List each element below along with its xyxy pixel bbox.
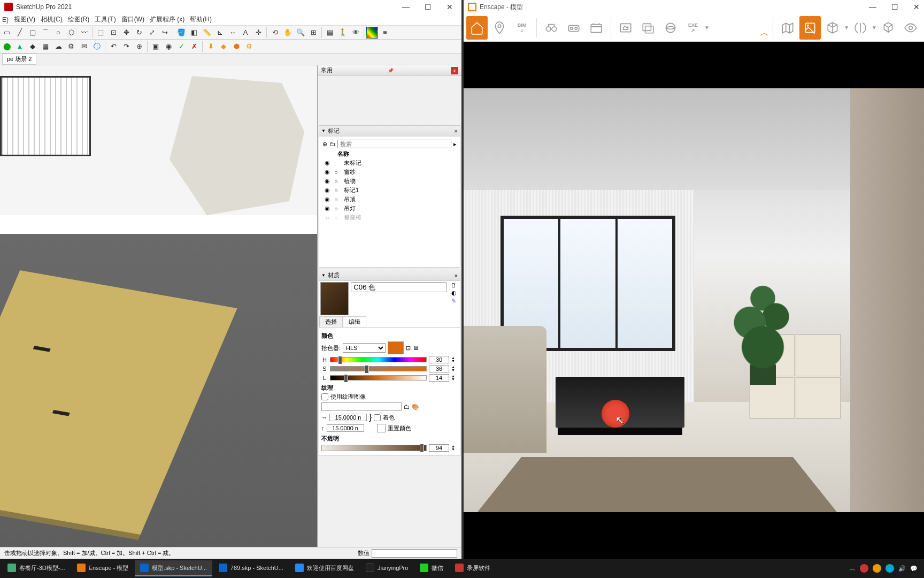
panorama-icon[interactable]: [660, 16, 681, 40]
menu-help[interactable]: 帮助(H): [190, 15, 212, 24]
ext-icon-18[interactable]: ⬢: [230, 41, 242, 52]
polygon-icon[interactable]: ⬡: [65, 27, 77, 39]
tray-icon[interactable]: [886, 564, 894, 573]
tray-notify-icon[interactable]: 💬: [910, 565, 918, 572]
use-texture-checkbox[interactable]: [321, 393, 328, 400]
task-item[interactable]: JianyingPro: [360, 560, 413, 576]
material-name-input[interactable]: [351, 282, 446, 292]
home-icon[interactable]: [466, 16, 488, 40]
visibility-icon[interactable]: ◉: [324, 169, 331, 176]
eraser-icon[interactable]: ◧: [188, 27, 200, 39]
select-icon[interactable]: ▭: [1, 27, 13, 39]
zoom-icon[interactable]: 🔍: [295, 27, 306, 39]
add-tag-icon[interactable]: ⊕: [322, 141, 327, 148]
pin-location-icon[interactable]: [489, 16, 510, 40]
push-pull-icon[interactable]: ⬚: [95, 27, 106, 39]
tag-row[interactable]: ◉○窗纱: [321, 168, 458, 177]
menu-edit[interactable]: E): [2, 16, 9, 24]
chevron-up-icon[interactable]: ︿: [760, 26, 769, 39]
create-material-icon[interactable]: 🗋: [451, 282, 457, 288]
visibility-icon[interactable]: ◉: [324, 187, 331, 194]
sat-spinner[interactable]: ▲▼: [451, 366, 458, 372]
tag-row[interactable]: ○○餐座椅: [321, 213, 458, 222]
ext-icon-6[interactable]: ⚙: [65, 41, 77, 52]
reset-color-swatch[interactable]: [377, 424, 386, 432]
axes-icon[interactable]: ✛: [252, 27, 264, 39]
task-item[interactable]: 模型.skp - SketchU...: [135, 560, 212, 576]
ext-icon-2[interactable]: ▲: [14, 41, 26, 52]
tag-row[interactable]: ◉○吊顶: [321, 195, 458, 204]
task-item[interactable]: 客餐厅-3D模型-...: [2, 560, 71, 576]
ext-icon-15[interactable]: ✗: [188, 41, 200, 52]
tab-select[interactable]: 选择: [319, 316, 343, 327]
task-item[interactable]: Enscape - 模型: [72, 560, 134, 576]
circle-icon[interactable]: ○: [52, 27, 64, 39]
batch-render-icon[interactable]: [637, 16, 659, 40]
compare-icon[interactable]: [850, 16, 871, 40]
paint-icon[interactable]: 🪣: [175, 27, 187, 39]
tag-row[interactable]: ◉○吊灯: [321, 204, 458, 213]
tape-icon[interactable]: 📏: [201, 27, 213, 39]
tags-close-icon[interactable]: ×: [455, 128, 458, 134]
tags-menu-icon[interactable]: ▸: [453, 141, 457, 148]
close-button[interactable]: ✕: [913, 3, 920, 11]
menu-view[interactable]: 视图(V): [14, 15, 35, 24]
visibility-icon[interactable]: ◉: [324, 159, 331, 166]
screen-picker-icon[interactable]: ⊡: [406, 345, 411, 352]
sat-slider[interactable]: [330, 366, 427, 371]
colorize-checkbox[interactable]: [374, 414, 381, 421]
ext-icon-5[interactable]: ☁: [52, 41, 64, 52]
follow-me-icon[interactable]: ↪: [159, 27, 171, 39]
tags-search-input[interactable]: [337, 140, 451, 148]
style-icon[interactable]: [366, 27, 378, 39]
ext-icon-4[interactable]: ▦: [40, 41, 51, 52]
freehand-icon[interactable]: 〰: [78, 27, 90, 39]
tray-record-icon[interactable]: [860, 564, 868, 573]
ext-icon-19[interactable]: ⚙: [243, 41, 255, 52]
eyedropper-icon[interactable]: ✎: [451, 298, 456, 305]
move-icon[interactable]: ✥: [120, 27, 132, 39]
task-item[interactable]: 录屏软件: [450, 560, 496, 576]
dimension-icon[interactable]: ↔: [227, 27, 238, 39]
sketchup-viewport[interactable]: [0, 65, 317, 547]
task-item[interactable]: 欢迎使用百度网盘: [290, 560, 359, 576]
ext-icon-9[interactable]: ↶: [107, 41, 119, 52]
ext-icon-16[interactable]: ⬇: [205, 41, 217, 52]
opacity-spinner[interactable]: ▲▼: [451, 445, 458, 451]
line-icon[interactable]: ╱: [14, 27, 26, 39]
video-icon[interactable]: [586, 16, 607, 40]
pan-icon[interactable]: ✋: [282, 27, 294, 39]
ext-icon-7[interactable]: ✉: [78, 41, 90, 52]
offset-icon[interactable]: ⊡: [107, 27, 119, 39]
task-item[interactable]: 789.skp - SketchU...: [213, 560, 289, 576]
orbit-icon[interactable]: ⟲: [269, 27, 281, 39]
section-icon[interactable]: ▤: [324, 27, 336, 39]
ext-icon-14[interactable]: ✓: [175, 41, 187, 52]
tag-row[interactable]: ◉未标记: [321, 158, 458, 168]
tags-header[interactable]: 标记 ×: [319, 126, 460, 136]
menu-camera[interactable]: 相机(C): [41, 15, 63, 24]
tray-volume-icon[interactable]: 🔊: [898, 565, 906, 572]
vcb-input[interactable]: [372, 549, 457, 558]
visibility-icon[interactable]: ◉: [324, 196, 331, 203]
edit-texture-icon[interactable]: 🎨: [412, 404, 419, 410]
overlay-icon[interactable]: [799, 16, 821, 40]
texture-width-input[interactable]: [329, 414, 367, 421]
picker-mode-select[interactable]: HLS: [343, 343, 386, 353]
tag-row[interactable]: ◉○标记1: [321, 186, 458, 195]
ext-icon-11[interactable]: ⊕: [133, 41, 145, 52]
tag-row[interactable]: ◉○植物: [321, 177, 458, 186]
menu-draw[interactable]: 绘图(R): [68, 15, 90, 24]
sample-paint-icon[interactable]: ◐: [451, 290, 457, 296]
tray-chevron-icon[interactable]: ︿: [850, 565, 856, 573]
sat-input[interactable]: [429, 365, 449, 372]
vr-icon[interactable]: [563, 16, 584, 40]
opacity-input[interactable]: [429, 444, 449, 452]
ext-icon-12[interactable]: ▣: [150, 41, 161, 52]
browse-icon[interactable]: 🗀: [404, 404, 410, 410]
binoculars-icon[interactable]: [541, 16, 562, 40]
hue-slider[interactable]: [330, 357, 427, 362]
menu-tools[interactable]: 工具(T): [95, 15, 116, 24]
enscape-viewport[interactable]: [464, 42, 924, 559]
monitor-picker-icon[interactable]: 🖥: [413, 345, 419, 351]
